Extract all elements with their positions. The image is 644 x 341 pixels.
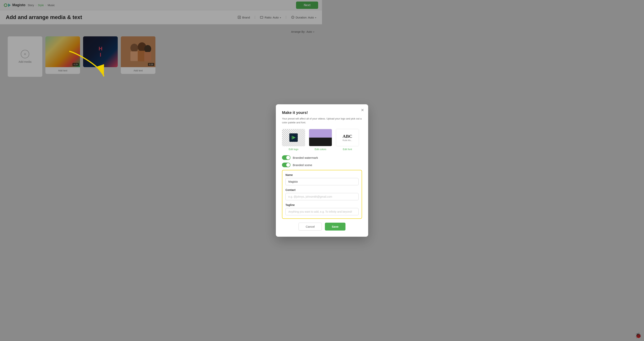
edit-logo-option[interactable]: Edit logo (282, 129, 305, 151)
branded-watermark-toggle[interactable] (282, 155, 290, 160)
branded-scene-row: Branded scene (282, 163, 322, 167)
branded-scene-toggle[interactable] (282, 163, 290, 167)
toggle-thumb-2 (286, 163, 290, 167)
form-section: Name Contact Tagline (282, 170, 322, 171)
branded-watermark-row: Branded watermark (282, 155, 322, 160)
branded-watermark-label: Branded watermark (293, 156, 318, 159)
toggle-thumb (286, 156, 290, 160)
color-bottom (309, 138, 322, 146)
color-top (309, 129, 322, 138)
colors-preview-box (309, 129, 322, 146)
modal-dialog: ✕ Make it yours! Your preset will affect… (276, 104, 322, 171)
edit-options: Edit logo Edit colors ABC Rubik Mo... (282, 129, 322, 151)
logo-preview-inner (289, 133, 298, 142)
color-preview (309, 129, 322, 146)
modal-description: Your preset will affect all of your vide… (282, 117, 322, 124)
logo-checkerboard (282, 129, 305, 146)
logo-icon (290, 134, 297, 141)
modal-title: Make it yours! (282, 111, 322, 115)
modal-overlay: ✕ Make it yours! Your preset will affect… (0, 0, 322, 171)
edit-colors-label: Edit colors (315, 148, 322, 151)
logo-preview-box (282, 129, 305, 146)
branded-scene-label: Branded scene (293, 163, 312, 167)
svg-rect-14 (292, 137, 295, 138)
edit-colors-option[interactable]: Edit colors (309, 129, 322, 151)
edit-logo-label: Edit logo (289, 148, 298, 151)
